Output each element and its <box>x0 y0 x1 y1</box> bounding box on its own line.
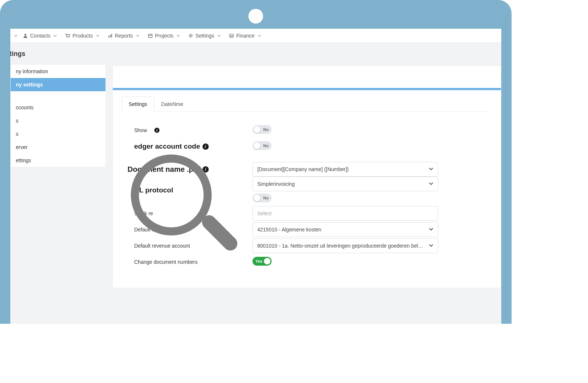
chevron-down-icon <box>429 243 433 249</box>
control-show: No <box>252 125 438 135</box>
label-document-name: Document name .pdf i <box>124 165 252 174</box>
toggle-ledger-code[interactable]: No <box>252 141 272 150</box>
select-document-name[interactable]: [Document][Company name] ([Number]) <box>252 162 438 177</box>
toggle-show[interactable]: No <box>252 125 272 134</box>
coins-icon <box>229 33 234 38</box>
nav-reports[interactable]: Reports <box>105 31 143 40</box>
row-ledger-code: edger account code i No <box>124 138 490 155</box>
label-stock: Stock re <box>124 210 252 216</box>
sidebar-item-company-settings[interactable]: ny settings <box>11 78 105 91</box>
toggle-ubl-secondary[interactable]: No <box>252 194 272 202</box>
left-column: ttings ny information ny settings ccount… <box>10 43 106 324</box>
control-default-revenue: 8001010 - 1a. Netto-omzet uit leveringen… <box>252 238 438 253</box>
sidebar-item[interactable]: s <box>11 127 105 141</box>
svg-rect-6 <box>148 34 152 38</box>
sidebar-item-server[interactable]: erver <box>11 141 105 154</box>
content-area: ttings ny information ny settings ccount… <box>10 43 501 324</box>
nav-label: Reports <box>115 33 133 39</box>
label-ledger-code: edger account code i <box>124 142 252 150</box>
select-ubl-protocol[interactable]: Simplerinvoicing <box>252 177 438 191</box>
svg-point-1 <box>67 37 67 38</box>
row-change-doc-numbers: Change document numbers Yes <box>124 254 490 270</box>
select-default-cost[interactable]: 4215010 - Algemene kosten <box>252 222 438 237</box>
select-stock[interactable]: Select <box>252 206 438 221</box>
label-ubl-protocol: BL protocol <box>124 186 252 194</box>
row-ubl-protocol: BL protocol Simplerinvoicing <box>124 177 490 204</box>
toggle-knob <box>254 142 260 149</box>
select-default-revenue[interactable]: 8001010 - 1a. Netto-omzet uit leveringen… <box>252 238 438 253</box>
chevron-down-icon <box>257 33 262 38</box>
row-default-revenue: Default revenue account 8001010 - 1a. Ne… <box>124 238 490 254</box>
control-ubl-protocol: Simplerinvoicing No <box>252 177 438 204</box>
nav-label: Finance <box>236 33 255 39</box>
toggle-label: No <box>263 143 269 148</box>
info-icon[interactable]: i <box>154 128 159 133</box>
nav-products[interactable]: Products <box>62 31 103 40</box>
label-default-cost: Default cost account <box>124 227 252 233</box>
sidebar-menu: ny information ny settings ccounts s s e… <box>10 64 106 167</box>
nav-projects[interactable]: Projects <box>145 31 184 40</box>
sidebar-gap <box>11 91 105 101</box>
chevron-down-icon <box>135 33 140 38</box>
gear-icon <box>188 33 193 38</box>
tab-datetime[interactable]: Date/time <box>154 96 190 112</box>
toggle-label: No <box>263 127 269 132</box>
select-value: Simplerinvoicing <box>257 181 295 187</box>
row-default-cost: Default cost account 4215010 - Algemene … <box>124 221 490 238</box>
nav-finance[interactable]: Finance <box>226 31 265 40</box>
svg-rect-4 <box>110 35 111 38</box>
control-document-name: [Document][Company name] ([Number]) <box>252 162 438 177</box>
toggle-knob <box>254 126 260 133</box>
svg-point-8 <box>190 35 191 36</box>
select-value: [Document][Company name] ([Number]) <box>257 166 349 172</box>
control-ledger-code: No <box>252 141 438 152</box>
svg-rect-3 <box>108 36 109 38</box>
toggle-knob <box>264 258 270 265</box>
cart-icon <box>65 33 70 38</box>
sidebar-item-accounts[interactable]: ccounts <box>11 101 105 114</box>
sidebar-item[interactable]: s <box>11 114 105 127</box>
svg-rect-5 <box>111 34 112 38</box>
select-value: 8001010 - 1a. Netto-omzet uit leveringen… <box>257 243 426 249</box>
page-title: ttings <box>10 43 106 64</box>
device-frame: Contacts Products Reports Projects S <box>0 0 512 324</box>
toggle-label: Yes <box>255 259 262 263</box>
nav-label: Products <box>72 33 93 39</box>
label-default-revenue: Default revenue account <box>124 243 252 249</box>
tab-settings[interactable]: Settings <box>122 96 154 112</box>
control-stock: Select <box>252 206 438 221</box>
settings-panel: Settings Date/time Show o i <box>112 65 501 288</box>
chevron-down-icon <box>95 33 100 38</box>
user-icon <box>23 33 28 38</box>
nav-label: Settings <box>196 33 214 39</box>
info-icon[interactable]: i <box>202 166 209 173</box>
svg-point-2 <box>69 37 69 38</box>
svg-point-9 <box>230 34 233 35</box>
row-stock: Stock re Select <box>124 205 490 221</box>
nav-contacts[interactable]: Contacts <box>20 31 61 40</box>
panel-header-bar <box>113 66 501 90</box>
control-default-cost: 4215010 - Algemene kosten <box>252 222 438 237</box>
nav-settings[interactable]: Settings <box>185 31 225 40</box>
info-icon[interactable]: i <box>202 143 209 150</box>
chevron-down-icon <box>429 227 433 233</box>
chevron-down-icon[interactable] <box>13 33 18 38</box>
sidebar-item-company-information[interactable]: ny information <box>11 65 105 78</box>
chevron-down-icon <box>53 33 58 38</box>
nav-label: Contacts <box>30 33 50 39</box>
chevron-down-icon <box>176 33 181 38</box>
label-show: Show o i <box>124 127 252 133</box>
toggle-knob <box>254 195 260 201</box>
chevron-down-icon <box>429 181 433 187</box>
panel-tabs: Settings Date/time <box>122 96 490 112</box>
toggle-change-doc-numbers[interactable]: Yes <box>252 257 272 266</box>
nav-label: Projects <box>155 33 174 39</box>
chart-icon <box>108 33 113 38</box>
settings-form: Show o i No <box>124 122 490 270</box>
select-value: 4215010 - Algemene kosten <box>257 227 321 233</box>
toggle-label: No <box>263 196 269 200</box>
row-document-name: Document name .pdf i [Document][Company … <box>124 161 490 177</box>
row-show: Show o i No <box>124 122 490 138</box>
top-navigation: Contacts Products Reports Projects S <box>10 29 501 43</box>
sidebar-item-settings[interactable]: ettings <box>11 154 105 167</box>
